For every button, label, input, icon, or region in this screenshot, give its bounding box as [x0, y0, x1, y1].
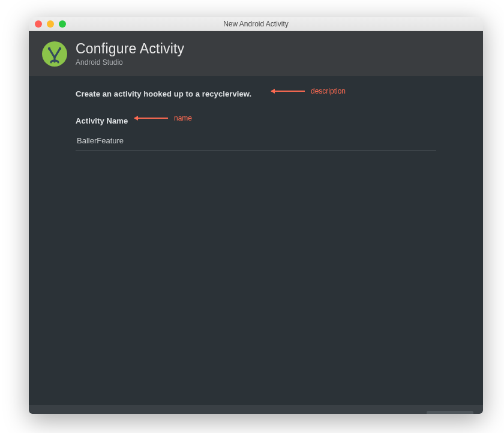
activity-name-label: Activity Name: [76, 116, 436, 125]
dialog-window: New Android Activity Configure Activity …: [29, 17, 483, 414]
arrow-icon: [134, 118, 168, 119]
previous-button: Previous: [326, 411, 373, 414]
window-title: New Android Activity: [29, 20, 483, 28]
dialog-content: Create an activity hooked up to a recycl…: [29, 76, 483, 405]
finish-button[interactable]: Finish: [427, 411, 473, 414]
annotation-label: name: [174, 114, 192, 122]
cancel-button[interactable]: Cancel: [275, 411, 322, 414]
dialog-header: Configure Activity Android Studio: [29, 31, 483, 76]
activity-description: Create an activity hooked up to a recycl…: [76, 89, 436, 98]
annotation-name: name: [134, 114, 192, 122]
annotation-label: description: [311, 87, 346, 95]
android-studio-icon: [42, 41, 67, 67]
header-text: Configure Activity Android Studio: [76, 41, 184, 67]
next-button: Next: [376, 411, 423, 414]
titlebar: New Android Activity: [29, 17, 483, 31]
dialog-title: Configure Activity: [76, 41, 184, 57]
annotation-description: description: [271, 87, 346, 95]
dialog-subtitle: Android Studio: [76, 58, 184, 67]
dialog-footer: Cancel Previous Next Finish: [29, 405, 483, 414]
arrow-icon: [271, 91, 305, 92]
activity-name-input[interactable]: [76, 131, 436, 151]
